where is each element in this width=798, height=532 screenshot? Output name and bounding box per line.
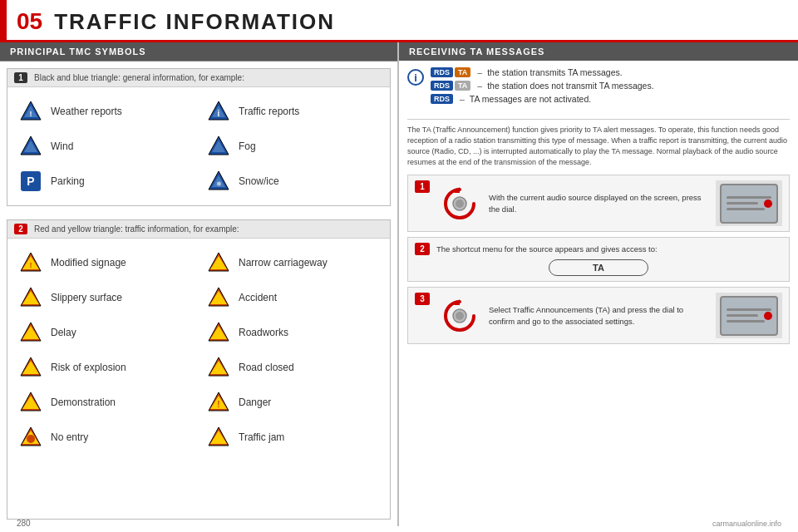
symbol-road-closed: Road closed — [199, 350, 387, 385]
red-accent-bar — [0, 0, 7, 40]
no-entry-svg — [18, 425, 43, 450]
box1-label: 1 Black and blue triangle: general infor… — [7, 69, 390, 87]
symbol-modified-signage: ! Modified signage — [11, 245, 199, 280]
right-panel: RECEIVING TA MESSAGES i RDS TA – the sta… — [399, 42, 798, 526]
demonstration-icon — [17, 389, 44, 416]
left-panel: PRINCIPAL TMC SYMBOLS 1 Black and blue t… — [0, 42, 399, 526]
rds-badge-3: RDS — [431, 94, 453, 104]
box2-number: 2 — [14, 224, 27, 234]
step1-text: With the current audio source displayed … — [489, 192, 709, 214]
danger-label: Danger — [239, 397, 271, 408]
delay-label: Delay — [51, 327, 76, 338]
blue-triangle-svg: ! — [18, 99, 43, 124]
narrow-svg — [206, 250, 231, 275]
delay-icon — [17, 319, 44, 346]
modified-signage-label: Modified signage — [51, 257, 126, 268]
accident-svg — [206, 285, 231, 310]
symbol-delay: Delay — [11, 315, 199, 350]
box1-grid: ! Weather reports i Traffic reports — [7, 87, 390, 205]
rds-row-2: RDS TA – the station does not transmit T… — [431, 81, 654, 91]
svg-text:!: ! — [217, 400, 219, 409]
rds-section: i RDS TA – the station transmits TA mess… — [407, 67, 790, 114]
step3-text: Select Traffic Announcements (TA) and pr… — [489, 304, 709, 327]
weather-icon: ! — [17, 98, 44, 125]
fog-svg — [206, 134, 231, 159]
svg-text:!: ! — [30, 261, 32, 269]
slippery-svg — [18, 285, 43, 310]
step2-desc: 2 The shortcut menu for the source appea… — [415, 243, 782, 255]
step3-knob-area — [436, 298, 482, 333]
chapter-number: 05 — [17, 8, 42, 35]
box2-description: Red and yellow triangle: traffic informa… — [34, 224, 239, 234]
rds-row-1-text: the station transmits TA messages. — [487, 67, 622, 77]
roadworks-svg — [206, 320, 231, 345]
svg-text:❄: ❄ — [216, 180, 222, 188]
symbol-risk-explosion: Risk of explosion — [11, 350, 199, 385]
step2-row: 2 The shortcut menu for the source appea… — [407, 237, 790, 282]
accident-label: Accident — [239, 292, 277, 303]
step3-screen — [716, 293, 782, 338]
demonstration-label: Demonstration — [51, 397, 116, 408]
road-closed-svg — [206, 355, 231, 380]
knob-svg-1 — [442, 186, 477, 221]
symbol-no-entry: No entry — [11, 420, 199, 455]
step2-number: 2 — [415, 243, 430, 255]
road-closed-icon — [205, 354, 232, 381]
rds-row-3: RDS – TA messages are not activated. — [431, 94, 654, 104]
traffic-icon: i — [205, 98, 232, 125]
box2-label: 2 Red and yellow triangle: traffic infor… — [7, 220, 390, 239]
fog-label: Fog — [239, 140, 256, 152]
step2-text: The shortcut menu for the source appears… — [436, 244, 658, 254]
accident-icon — [205, 284, 232, 311]
rds-table: RDS TA – the station transmits TA messag… — [431, 67, 654, 107]
svg-text:i: i — [218, 109, 220, 118]
step1-knob-area — [436, 186, 482, 221]
roadworks-icon — [205, 319, 232, 346]
svg-point-37 — [27, 435, 35, 443]
rds-row-1: RDS TA – the station transmits TA messag… — [431, 67, 654, 77]
delay-svg — [18, 320, 43, 345]
box1-number: 1 — [14, 72, 27, 83]
snowice-svg: ❄ — [206, 169, 231, 194]
symbol-roadworks: Roadworks — [199, 315, 387, 350]
ta-pill-container: TA — [415, 259, 782, 276]
symbol-accident: Accident — [199, 280, 387, 315]
receiving-content: i RDS TA – the station transmits TA mess… — [399, 61, 798, 526]
symbol-traffic-reports: i Traffic reports — [199, 94, 387, 129]
page-title: TRAFFIC INFORMATION — [54, 9, 335, 35]
knob-svg-3 — [442, 298, 477, 333]
box1: 1 Black and blue triangle: general infor… — [7, 68, 391, 206]
ta-pill: TA — [549, 259, 648, 276]
narrow-carriageway-icon — [205, 249, 232, 276]
ta-badge-2-inactive: TA — [455, 81, 470, 91]
symbol-weather-reports: ! Weather reports — [11, 94, 199, 129]
wind-icon — [17, 133, 44, 160]
traffic-jam-svg — [206, 425, 231, 450]
traffic-reports-label: Traffic reports — [239, 106, 299, 117]
rds-row-2-text: the station does not transmit TA message… — [487, 81, 653, 91]
risk-explosion-label: Risk of explosion — [51, 362, 126, 373]
receiving-ta-header: RECEIVING TA MESSAGES — [399, 42, 798, 61]
parking-icon: P — [17, 168, 44, 195]
slippery-surface-icon — [17, 284, 44, 311]
step1-row: 1 With the current audio source displaye… — [407, 175, 790, 232]
parking-p: P — [21, 171, 41, 191]
ta-description: The TA (Traffic Announcement) function g… — [407, 119, 790, 168]
danger-svg: ! — [206, 390, 231, 415]
box2: 2 Red and yellow triangle: traffic infor… — [7, 219, 391, 520]
main-content: PRINCIPAL TMC SYMBOLS 1 Black and blue t… — [0, 42, 798, 526]
traffic-jam-label: Traffic jam — [239, 431, 284, 443]
narrow-carriageway-label: Narrow carriageway — [239, 257, 328, 268]
page-header: 05 TRAFFIC INFORMATION — [0, 0, 798, 42]
demonstration-svg — [18, 390, 43, 415]
svg-text:!: ! — [30, 110, 32, 118]
risk-explosion-icon — [17, 354, 44, 381]
svg-point-42 — [456, 200, 464, 208]
rds-row-3-text: TA messages are not activated. — [470, 94, 591, 104]
step3-row: 3 Select Traffic Announcements (TA) and … — [407, 287, 790, 344]
principal-tmc-header: PRINCIPAL TMC SYMBOLS — [0, 42, 397, 62]
symbol-demonstration: Demonstration — [11, 385, 199, 420]
road-closed-label: Road closed — [239, 362, 294, 373]
page-number: 280 — [17, 519, 31, 528]
wind-svg — [18, 134, 43, 159]
